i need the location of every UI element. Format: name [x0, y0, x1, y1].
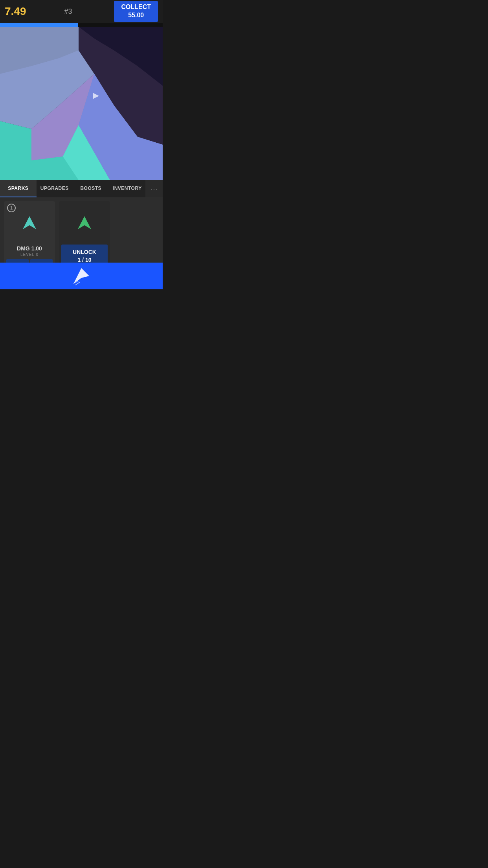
level-up-button[interactable]: LEVEL UP200 — [30, 259, 53, 263]
score-display: 7.49 — [5, 5, 26, 18]
spark-card-1-inner: 1 — [4, 201, 55, 245]
spark-1-level: LEVEL 0 — [4, 252, 55, 257]
spark-card-2-inner — [59, 201, 110, 245]
bottom-bar[interactable] — [0, 263, 163, 289]
game-canvas[interactable] — [0, 27, 163, 180]
tab-boosts[interactable]: BOOSTS — [73, 180, 109, 197]
rank-display: #3 — [64, 7, 72, 16]
unlock-button[interactable]: UNLOCK1 / 10 — [61, 245, 108, 263]
svg-marker-11 — [73, 268, 89, 284]
more-options-button[interactable]: ⋯ — [145, 180, 163, 197]
add-one-button[interactable]: ADD ONEADD ONE 30.0030.00 — [6, 259, 29, 263]
spark-2-arrow-icon — [76, 214, 94, 232]
tabs-bar: SPARKS UPGRADES BOOSTS INVENTORY ⋯ — [0, 180, 163, 197]
sparks-panel: 1 DMG 1.00 LEVEL 0 ADD ONEADD ONE 30.003… — [0, 197, 163, 263]
spark-1-number: 1 — [7, 204, 16, 212]
tab-inventory[interactable]: INVENTORY — [109, 180, 146, 197]
bottom-arrow-icon — [72, 266, 91, 286]
svg-marker-10 — [78, 216, 91, 229]
spark-card-1: 1 DMG 1.00 LEVEL 0 ADD ONEADD ONE 30.003… — [4, 201, 55, 263]
progress-bar-fill — [0, 23, 78, 27]
collect-label: COLLECT — [121, 4, 151, 10]
svg-marker-9 — [23, 216, 36, 229]
collect-amount: 55.00 — [128, 12, 144, 18]
spark-1-actions: ADD ONEADD ONE 30.0030.00 LEVEL UP200 — [4, 259, 55, 263]
spark-1-arrow-icon — [21, 214, 39, 232]
spark-card-2-locked: UNLOCK1 / 10 — [59, 201, 110, 263]
collect-button[interactable]: COLLECT 55.00 — [114, 1, 158, 22]
game-cursor-icon — [93, 93, 99, 99]
spark-1-name: DMG 1.00 — [4, 245, 55, 252]
top-hud: 7.49 #3 COLLECT 55.00 — [0, 0, 163, 23]
progress-bar-container — [0, 23, 163, 27]
tab-upgrades[interactable]: UPGRADES — [37, 180, 73, 197]
tab-sparks[interactable]: SPARKS — [0, 180, 37, 197]
